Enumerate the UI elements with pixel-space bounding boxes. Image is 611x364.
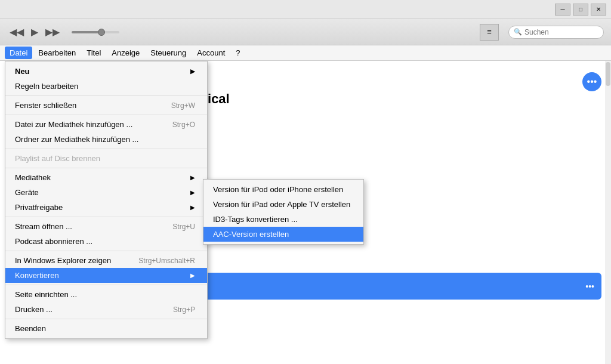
konvertieren-arrow: ▶ bbox=[190, 272, 195, 279]
menu-item-beenden[interactable]: Beenden bbox=[5, 321, 207, 336]
volume-thumb bbox=[98, 29, 105, 36]
separator-6 bbox=[5, 251, 207, 251]
fenster-label: Fenster schließen bbox=[15, 101, 76, 110]
search-box: 🔍 bbox=[508, 26, 604, 39]
geraete-arrow: ▶ bbox=[190, 189, 195, 196]
explorer-shortcut: Strg+Umschalt+R bbox=[138, 257, 195, 265]
submenu-ipad-version[interactable]: Version für iPad oder Apple TV erstellen bbox=[203, 197, 363, 212]
seite-label: Seite einrichten ... bbox=[15, 290, 77, 299]
privatfreigabe-label: Privatfreigabe bbox=[15, 203, 63, 212]
search-icon: 🔍 bbox=[514, 28, 522, 36]
list-view-button[interactable]: ≡ bbox=[480, 24, 499, 41]
menu-datei[interactable]: Datei bbox=[5, 47, 32, 59]
separator-4 bbox=[5, 168, 207, 168]
stream-label: Stream öffnen ... bbox=[15, 222, 72, 231]
minimize-button[interactable]: ─ bbox=[555, 4, 570, 16]
menu-item-seite[interactable]: Seite einrichten ... bbox=[5, 287, 207, 302]
ipad-version-label: Version für iPad oder Apple TV erstellen bbox=[213, 200, 350, 209]
konvertieren-submenu: Version für iPod oder iPhone erstellen V… bbox=[203, 179, 364, 245]
transport-controls: ◀◀ ▶ ▶▶ bbox=[7, 25, 62, 39]
back-button[interactable]: ◀◀ bbox=[7, 25, 26, 39]
forward-button[interactable]: ▶▶ bbox=[43, 25, 62, 39]
neu-label: Neu bbox=[15, 67, 30, 76]
konvertieren-label: Konvertieren bbox=[15, 271, 59, 280]
scrollbar[interactable] bbox=[605, 61, 611, 364]
search-input[interactable] bbox=[524, 28, 596, 36]
menu-item-ordner-add[interactable]: Ordner zur Mediathek hinzufügen ... bbox=[5, 132, 207, 147]
menu-bearbeiten[interactable]: Bearbeiten bbox=[33, 47, 81, 59]
playlist-disc-label: Playlist auf Disc brennen bbox=[15, 154, 100, 163]
main-container: Neu ▶ Regeln bearbeiten Fenster schließe… bbox=[0, 61, 611, 364]
separator-5 bbox=[5, 217, 207, 217]
separator-8 bbox=[5, 319, 207, 319]
separator-1 bbox=[5, 95, 207, 96]
aac-version-label: AAC-Version erstellen bbox=[213, 230, 289, 239]
geraete-label: Geräte bbox=[15, 188, 39, 197]
mediathek-label: Mediathek bbox=[15, 173, 51, 182]
menu-item-regeln[interactable]: Regeln bearbeiten bbox=[5, 79, 207, 94]
submenu-ipod-version[interactable]: Version für iPod oder iPhone erstellen bbox=[203, 182, 363, 197]
datei-add-label: Datei zur Mediathek hinzufügen ... bbox=[15, 120, 132, 129]
title-bar: ─ □ ✕ bbox=[0, 0, 611, 19]
menu-anzeige[interactable]: Anzeige bbox=[107, 47, 144, 59]
menu-bar: Datei Bearbeiten Titel Anzeige Steuerung… bbox=[0, 45, 611, 61]
menu-help[interactable]: ? bbox=[231, 47, 245, 59]
podcast-label: Podcast abonnieren ... bbox=[15, 237, 92, 246]
menu-item-geraete[interactable]: Geräte ▶ bbox=[5, 185, 207, 200]
explorer-label: In Windows Explorer zeigen bbox=[15, 256, 111, 265]
menu-account[interactable]: Account bbox=[192, 47, 230, 59]
menu-item-neu[interactable]: Neu ▶ bbox=[5, 64, 207, 79]
neu-arrow: ▶ bbox=[190, 68, 195, 75]
menu-item-stream[interactable]: Stream öffnen ... Strg+U bbox=[5, 219, 207, 234]
drucken-label: Drucken ... bbox=[15, 305, 53, 314]
fenster-shortcut: Strg+W bbox=[171, 101, 195, 110]
menu-titel[interactable]: Titel bbox=[82, 47, 106, 59]
menu-item-explorer[interactable]: In Windows Explorer zeigen Strg+Umschalt… bbox=[5, 253, 207, 268]
separator-3 bbox=[5, 149, 207, 149]
volume-slider[interactable] bbox=[72, 31, 119, 33]
ipod-version-label: Version für iPod oder iPhone erstellen bbox=[213, 185, 343, 194]
menu-item-konvertieren[interactable]: Konvertieren ▶ bbox=[5, 268, 207, 283]
privatfreigabe-arrow: ▶ bbox=[190, 204, 195, 211]
menu-item-datei-add[interactable]: Datei zur Mediathek hinzufügen ... Strg+… bbox=[5, 117, 207, 132]
album-more-button[interactable]: ••• bbox=[582, 72, 601, 91]
scrollbar-thumb bbox=[606, 62, 610, 86]
regeln-label: Regeln bearbeiten bbox=[15, 82, 78, 91]
menu-item-playlist-disc: Playlist auf Disc brennen bbox=[5, 151, 207, 166]
beenden-label: Beenden bbox=[15, 324, 46, 333]
separator-7 bbox=[5, 285, 207, 285]
track-more-button[interactable]: ••• bbox=[585, 282, 594, 291]
play-button[interactable]: ▶ bbox=[29, 25, 41, 39]
stream-shortcut: Strg+U bbox=[172, 223, 195, 231]
menu-item-mediathek[interactable]: Mediathek ▶ bbox=[5, 170, 207, 185]
maximize-button[interactable]: □ bbox=[573, 4, 588, 16]
menu-steuerung[interactable]: Steuerung bbox=[146, 47, 191, 59]
menu-item-podcast[interactable]: Podcast abonnieren ... bbox=[5, 234, 207, 249]
id3-tags-label: ID3-Tags konvertieren ... bbox=[213, 215, 298, 224]
menu-item-privatfreigabe[interactable]: Privatfreigabe ▶ bbox=[5, 200, 207, 215]
window-controls: ─ □ ✕ bbox=[555, 4, 606, 16]
datei-add-shortcut: Strg+O bbox=[172, 121, 195, 129]
menu-item-fenster[interactable]: Fenster schließen Strg+W bbox=[5, 98, 207, 113]
submenu-aac-version[interactable]: AAC-Version erstellen bbox=[203, 227, 363, 242]
file-dropdown: Neu ▶ Regeln bearbeiten Fenster schließe… bbox=[5, 61, 208, 339]
close-button[interactable]: ✕ bbox=[591, 4, 606, 16]
submenu-id3-tags[interactable]: ID3-Tags konvertieren ... bbox=[203, 212, 363, 227]
ordner-add-label: Ordner zur Mediathek hinzufügen ... bbox=[15, 135, 138, 144]
toolbar: ◀◀ ▶ ▶▶ ≡ 🔍 bbox=[0, 19, 611, 45]
menu-item-drucken[interactable]: Drucken ... Strg+P bbox=[5, 302, 207, 317]
list-icon: ≡ bbox=[487, 27, 492, 36]
separator-2 bbox=[5, 115, 207, 115]
drucken-shortcut: Strg+P bbox=[173, 306, 195, 314]
mediathek-arrow: ▶ bbox=[190, 174, 195, 181]
